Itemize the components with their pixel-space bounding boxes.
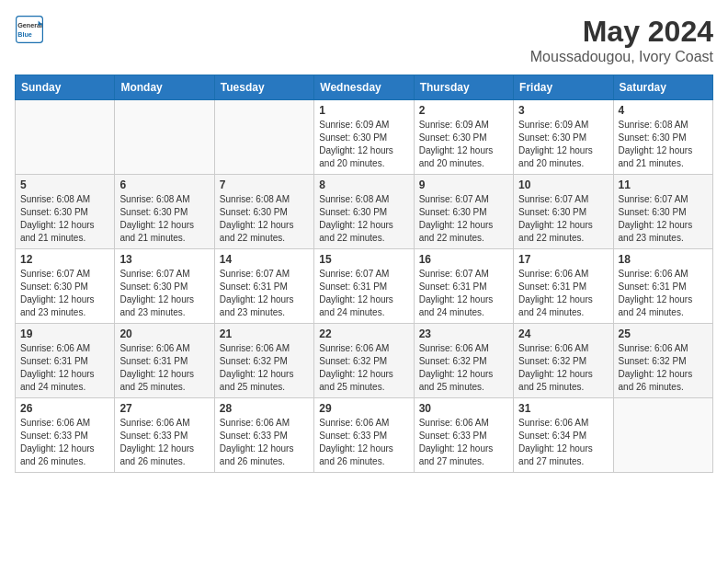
day-info: Sunrise: 6:06 AM Sunset: 6:33 PM Dayligh… [119,417,209,468]
day-number: 19 [20,327,109,340]
calendar-table: SundayMondayTuesdayWednesdayThursdayFrid… [15,75,713,473]
day-number: 23 [419,327,508,340]
day-info: Sunrise: 6:07 AM Sunset: 6:30 PM Dayligh… [119,268,209,319]
calendar-cell: 22Sunrise: 6:06 AM Sunset: 6:32 PM Dayli… [314,324,414,398]
day-info: Sunrise: 6:06 AM Sunset: 6:33 PM Dayligh… [419,417,508,468]
calendar-cell: 9Sunrise: 6:07 AM Sunset: 6:30 PM Daylig… [414,175,513,249]
day-info: Sunrise: 6:08 AM Sunset: 6:30 PM Dayligh… [20,193,109,245]
day-number: 8 [319,178,408,191]
title-block: May 2024 Moussadougou, Ivory Coast [530,15,713,65]
day-info: Sunrise: 6:06 AM Sunset: 6:32 PM Dayligh… [319,342,408,394]
weekday-header-friday: Friday [514,75,613,100]
calendar-body: 1Sunrise: 6:09 AM Sunset: 6:30 PM Daylig… [16,100,713,473]
day-number: 30 [419,402,508,415]
day-info: Sunrise: 6:07 AM Sunset: 6:30 PM Dayligh… [619,193,708,245]
calendar-cell [115,100,214,175]
calendar-week-1: 1Sunrise: 6:09 AM Sunset: 6:30 PM Daylig… [16,100,713,175]
calendar-cell: 14Sunrise: 6:07 AM Sunset: 6:31 PM Dayli… [214,249,313,324]
calendar-week-4: 19Sunrise: 6:06 AM Sunset: 6:31 PM Dayli… [16,324,713,398]
day-info: Sunrise: 6:06 AM Sunset: 6:33 PM Dayligh… [220,417,309,468]
calendar-cell: 28Sunrise: 6:06 AM Sunset: 6:33 PM Dayli… [214,398,313,473]
logo-icon: General Blue [15,15,44,44]
calendar-cell: 26Sunrise: 6:06 AM Sunset: 6:33 PM Dayli… [16,398,115,473]
calendar-cell: 5Sunrise: 6:08 AM Sunset: 6:30 PM Daylig… [16,175,115,249]
weekday-header-saturday: Saturday [613,75,712,100]
day-info: Sunrise: 6:08 AM Sunset: 6:30 PM Dayligh… [119,193,209,245]
calendar-cell: 18Sunrise: 6:06 AM Sunset: 6:31 PM Dayli… [613,249,712,324]
day-info: Sunrise: 6:06 AM Sunset: 6:31 PM Dayligh… [119,342,209,394]
month-year: May 2024 [530,15,713,49]
calendar-cell: 30Sunrise: 6:06 AM Sunset: 6:33 PM Dayli… [414,398,513,473]
day-number: 6 [119,178,209,191]
weekday-header-sunday: Sunday [16,75,115,100]
day-number: 28 [220,402,309,415]
day-number: 26 [20,402,109,415]
day-info: Sunrise: 6:06 AM Sunset: 6:31 PM Dayligh… [20,342,109,394]
day-number: 20 [119,327,209,340]
calendar-cell: 6Sunrise: 6:08 AM Sunset: 6:30 PM Daylig… [115,175,214,249]
logo: General Blue [15,15,44,44]
calendar-cell: 25Sunrise: 6:06 AM Sunset: 6:32 PM Dayli… [613,324,712,398]
weekday-header-thursday: Thursday [414,75,513,100]
weekday-header-monday: Monday [115,75,214,100]
calendar-cell: 27Sunrise: 6:06 AM Sunset: 6:33 PM Dayli… [115,398,214,473]
calendar-cell: 16Sunrise: 6:07 AM Sunset: 6:31 PM Dayli… [414,249,513,324]
calendar-cell [613,398,712,473]
day-info: Sunrise: 6:07 AM Sunset: 6:31 PM Dayligh… [419,268,508,319]
day-number: 21 [220,327,309,340]
day-number: 9 [419,178,508,191]
day-info: Sunrise: 6:07 AM Sunset: 6:31 PM Dayligh… [319,268,408,319]
day-number: 18 [619,253,708,266]
weekday-header-wednesday: Wednesday [314,75,414,100]
calendar-cell: 23Sunrise: 6:06 AM Sunset: 6:32 PM Dayli… [414,324,513,398]
day-info: Sunrise: 6:09 AM Sunset: 6:30 PM Dayligh… [319,119,408,170]
svg-text:Blue: Blue [17,30,32,39]
calendar-cell: 19Sunrise: 6:06 AM Sunset: 6:31 PM Dayli… [16,324,115,398]
calendar-week-3: 12Sunrise: 6:07 AM Sunset: 6:30 PM Dayli… [16,249,713,324]
day-number: 29 [319,402,408,415]
calendar-cell: 2Sunrise: 6:09 AM Sunset: 6:30 PM Daylig… [414,100,513,175]
day-info: Sunrise: 6:06 AM Sunset: 6:32 PM Dayligh… [518,342,608,394]
day-info: Sunrise: 6:09 AM Sunset: 6:30 PM Dayligh… [419,119,508,170]
calendar-cell: 7Sunrise: 6:08 AM Sunset: 6:30 PM Daylig… [214,175,313,249]
day-number: 5 [20,178,109,191]
location: Moussadougou, Ivory Coast [530,49,713,65]
day-info: Sunrise: 6:06 AM Sunset: 6:33 PM Dayligh… [319,417,408,468]
day-number: 4 [619,104,708,117]
calendar-cell: 15Sunrise: 6:07 AM Sunset: 6:31 PM Dayli… [314,249,414,324]
day-info: Sunrise: 6:06 AM Sunset: 6:32 PM Dayligh… [619,342,708,394]
day-number: 31 [518,402,608,415]
day-info: Sunrise: 6:06 AM Sunset: 6:34 PM Dayligh… [518,417,608,468]
day-info: Sunrise: 6:06 AM Sunset: 6:31 PM Dayligh… [518,268,608,319]
page-header: General Blue May 2024 Moussadougou, Ivor… [15,15,713,65]
day-info: Sunrise: 6:07 AM Sunset: 6:30 PM Dayligh… [419,193,508,245]
calendar-cell: 10Sunrise: 6:07 AM Sunset: 6:30 PM Dayli… [514,175,613,249]
day-info: Sunrise: 6:07 AM Sunset: 6:31 PM Dayligh… [220,268,309,319]
day-number: 2 [419,104,508,117]
day-info: Sunrise: 6:06 AM Sunset: 6:32 PM Dayligh… [419,342,508,394]
day-info: Sunrise: 6:06 AM Sunset: 6:33 PM Dayligh… [20,417,109,468]
day-number: 16 [419,253,508,266]
day-number: 14 [220,253,309,266]
day-number: 24 [518,327,608,340]
day-number: 7 [220,178,309,191]
day-info: Sunrise: 6:09 AM Sunset: 6:30 PM Dayligh… [518,119,608,170]
calendar-cell [16,100,115,175]
day-info: Sunrise: 6:06 AM Sunset: 6:31 PM Dayligh… [619,268,708,319]
calendar-cell: 8Sunrise: 6:08 AM Sunset: 6:30 PM Daylig… [314,175,414,249]
weekday-header-tuesday: Tuesday [214,75,313,100]
day-number: 3 [518,104,608,117]
day-info: Sunrise: 6:07 AM Sunset: 6:30 PM Dayligh… [518,193,608,245]
calendar-cell: 3Sunrise: 6:09 AM Sunset: 6:30 PM Daylig… [514,100,613,175]
calendar-cell: 21Sunrise: 6:06 AM Sunset: 6:32 PM Dayli… [214,324,313,398]
calendar-cell: 12Sunrise: 6:07 AM Sunset: 6:30 PM Dayli… [16,249,115,324]
calendar-cell: 20Sunrise: 6:06 AM Sunset: 6:31 PM Dayli… [115,324,214,398]
day-number: 1 [319,104,408,117]
weekday-header-row: SundayMondayTuesdayWednesdayThursdayFrid… [16,75,713,100]
day-number: 27 [119,402,209,415]
calendar-cell: 13Sunrise: 6:07 AM Sunset: 6:30 PM Dayli… [115,249,214,324]
calendar-cell: 4Sunrise: 6:08 AM Sunset: 6:30 PM Daylig… [613,100,712,175]
calendar-cell: 11Sunrise: 6:07 AM Sunset: 6:30 PM Dayli… [613,175,712,249]
calendar-week-5: 26Sunrise: 6:06 AM Sunset: 6:33 PM Dayli… [16,398,713,473]
day-info: Sunrise: 6:06 AM Sunset: 6:32 PM Dayligh… [220,342,309,394]
